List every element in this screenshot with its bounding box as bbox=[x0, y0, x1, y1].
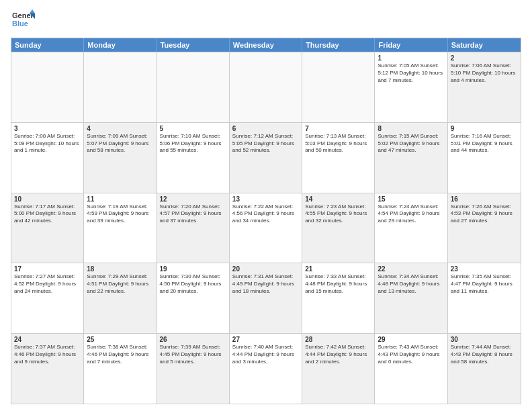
day-info: Sunrise: 7:23 AM Sunset: 4:55 PM Dayligh… bbox=[305, 203, 371, 225]
day-number: 22 bbox=[378, 265, 444, 273]
day-cell: 24Sunrise: 7:37 AM Sunset: 4:46 PM Dayli… bbox=[11, 334, 84, 404]
week-row: 1Sunrise: 7:05 AM Sunset: 5:12 PM Daylig… bbox=[11, 52, 521, 122]
day-cell: 22Sunrise: 7:34 AM Sunset: 4:48 PM Dayli… bbox=[375, 263, 447, 333]
day-cell: 16Sunrise: 7:26 AM Sunset: 4:53 PM Dayli… bbox=[448, 193, 521, 263]
page-header: General Blue bbox=[11, 8, 521, 32]
day-info: Sunrise: 7:40 AM Sunset: 4:44 PM Dayligh… bbox=[232, 344, 299, 365]
day-info: Sunrise: 7:16 AM Sunset: 5:01 PM Dayligh… bbox=[451, 133, 518, 154]
day-number: 4 bbox=[87, 125, 153, 132]
day-number: 29 bbox=[378, 336, 444, 343]
day-cell bbox=[230, 52, 302, 122]
day-info: Sunrise: 7:12 AM Sunset: 5:05 PM Dayligh… bbox=[232, 133, 299, 154]
day-header: Saturday bbox=[448, 38, 521, 52]
day-number: 25 bbox=[87, 336, 153, 343]
day-info: Sunrise: 7:15 AM Sunset: 5:02 PM Dayligh… bbox=[378, 133, 444, 154]
day-info: Sunrise: 7:39 AM Sunset: 4:45 PM Dayligh… bbox=[160, 344, 226, 365]
day-cell: 4Sunrise: 7:09 AM Sunset: 5:07 PM Daylig… bbox=[84, 123, 157, 193]
day-number: 3 bbox=[14, 125, 81, 132]
day-header: Sunday bbox=[11, 38, 84, 52]
day-header: Friday bbox=[375, 38, 447, 52]
day-cell: 21Sunrise: 7:33 AM Sunset: 4:48 PM Dayli… bbox=[302, 263, 375, 333]
day-info: Sunrise: 7:35 AM Sunset: 4:47 PM Dayligh… bbox=[451, 273, 518, 295]
day-info: Sunrise: 7:29 AM Sunset: 4:51 PM Dayligh… bbox=[87, 273, 153, 295]
day-cell: 6Sunrise: 7:12 AM Sunset: 5:05 PM Daylig… bbox=[230, 123, 302, 193]
day-number: 10 bbox=[14, 195, 81, 203]
day-number: 12 bbox=[160, 195, 226, 203]
day-number: 24 bbox=[14, 336, 81, 343]
day-number: 6 bbox=[232, 125, 299, 132]
day-cell: 11Sunrise: 7:19 AM Sunset: 4:59 PM Dayli… bbox=[84, 193, 157, 263]
day-cell: 29Sunrise: 7:43 AM Sunset: 4:43 PM Dayli… bbox=[375, 334, 447, 404]
day-cell bbox=[302, 52, 375, 122]
day-number: 19 bbox=[160, 265, 226, 273]
day-cell: 26Sunrise: 7:39 AM Sunset: 4:45 PM Dayli… bbox=[157, 334, 230, 404]
day-cell: 18Sunrise: 7:29 AM Sunset: 4:51 PM Dayli… bbox=[84, 263, 157, 333]
day-number: 28 bbox=[305, 336, 371, 343]
day-info: Sunrise: 7:38 AM Sunset: 4:46 PM Dayligh… bbox=[87, 344, 153, 365]
day-number: 13 bbox=[232, 195, 299, 203]
day-number: 26 bbox=[160, 336, 226, 343]
day-cell: 28Sunrise: 7:42 AM Sunset: 4:44 PM Dayli… bbox=[302, 334, 375, 404]
day-cell bbox=[11, 52, 84, 122]
day-info: Sunrise: 7:30 AM Sunset: 4:50 PM Dayligh… bbox=[160, 273, 226, 295]
day-header: Thursday bbox=[302, 38, 375, 52]
day-number: 1 bbox=[378, 54, 444, 62]
day-info: Sunrise: 7:44 AM Sunset: 4:43 PM Dayligh… bbox=[451, 344, 518, 365]
day-number: 16 bbox=[451, 195, 518, 203]
day-cell: 25Sunrise: 7:38 AM Sunset: 4:46 PM Dayli… bbox=[84, 334, 157, 404]
day-info: Sunrise: 7:09 AM Sunset: 5:07 PM Dayligh… bbox=[87, 133, 153, 154]
day-number: 5 bbox=[160, 125, 226, 132]
day-number: 17 bbox=[14, 265, 81, 273]
day-cell: 27Sunrise: 7:40 AM Sunset: 4:44 PM Dayli… bbox=[230, 334, 302, 404]
day-number: 8 bbox=[378, 125, 444, 132]
day-number: 14 bbox=[305, 195, 371, 203]
day-cell: 12Sunrise: 7:20 AM Sunset: 4:57 PM Dayli… bbox=[157, 193, 230, 263]
day-cell bbox=[84, 52, 157, 122]
day-info: Sunrise: 7:13 AM Sunset: 5:03 PM Dayligh… bbox=[305, 133, 371, 154]
day-info: Sunrise: 7:20 AM Sunset: 4:57 PM Dayligh… bbox=[160, 203, 226, 225]
week-row: 17Sunrise: 7:27 AM Sunset: 4:52 PM Dayli… bbox=[11, 263, 521, 333]
day-number: 15 bbox=[378, 195, 444, 203]
week-row: 24Sunrise: 7:37 AM Sunset: 4:46 PM Dayli… bbox=[11, 333, 521, 404]
day-info: Sunrise: 7:26 AM Sunset: 4:53 PM Dayligh… bbox=[451, 203, 518, 225]
day-cell: 8Sunrise: 7:15 AM Sunset: 5:02 PM Daylig… bbox=[375, 123, 447, 193]
day-info: Sunrise: 7:37 AM Sunset: 4:46 PM Dayligh… bbox=[14, 344, 81, 365]
day-cell: 30Sunrise: 7:44 AM Sunset: 4:43 PM Dayli… bbox=[448, 334, 521, 404]
day-number: 11 bbox=[87, 195, 153, 203]
calendar: SundayMondayTuesdayWednesdayThursdayFrid… bbox=[11, 38, 521, 404]
day-cell: 2Sunrise: 7:06 AM Sunset: 5:10 PM Daylig… bbox=[448, 52, 521, 122]
day-number: 20 bbox=[232, 265, 299, 273]
day-cell: 20Sunrise: 7:31 AM Sunset: 4:49 PM Dayli… bbox=[230, 263, 302, 333]
day-number: 2 bbox=[451, 54, 518, 62]
day-number: 9 bbox=[451, 125, 518, 132]
day-number: 7 bbox=[305, 125, 371, 132]
week-row: 10Sunrise: 7:17 AM Sunset: 5:00 PM Dayli… bbox=[11, 193, 521, 263]
day-number: 21 bbox=[305, 265, 371, 273]
day-info: Sunrise: 7:34 AM Sunset: 4:48 PM Dayligh… bbox=[378, 273, 444, 295]
week-row: 3Sunrise: 7:08 AM Sunset: 5:09 PM Daylig… bbox=[11, 122, 521, 193]
day-info: Sunrise: 7:22 AM Sunset: 4:56 PM Dayligh… bbox=[232, 203, 299, 225]
day-headers-row: SundayMondayTuesdayWednesdayThursdayFrid… bbox=[11, 38, 521, 52]
logo-icon: General Blue bbox=[11, 8, 35, 32]
day-info: Sunrise: 7:17 AM Sunset: 5:00 PM Dayligh… bbox=[14, 203, 81, 225]
day-cell: 19Sunrise: 7:30 AM Sunset: 4:50 PM Dayli… bbox=[157, 263, 230, 333]
day-number: 27 bbox=[232, 336, 299, 343]
day-info: Sunrise: 7:42 AM Sunset: 4:44 PM Dayligh… bbox=[305, 344, 371, 365]
day-cell: 3Sunrise: 7:08 AM Sunset: 5:09 PM Daylig… bbox=[11, 123, 84, 193]
logo: General Blue bbox=[11, 8, 35, 32]
day-cell: 5Sunrise: 7:10 AM Sunset: 5:06 PM Daylig… bbox=[157, 123, 230, 193]
day-number: 23 bbox=[451, 265, 518, 273]
day-info: Sunrise: 7:10 AM Sunset: 5:06 PM Dayligh… bbox=[160, 133, 226, 154]
day-info: Sunrise: 7:08 AM Sunset: 5:09 PM Dayligh… bbox=[14, 133, 81, 154]
day-number: 30 bbox=[451, 336, 518, 343]
day-number: 18 bbox=[87, 265, 153, 273]
svg-text:Blue: Blue bbox=[12, 19, 28, 28]
day-info: Sunrise: 7:24 AM Sunset: 4:54 PM Dayligh… bbox=[378, 203, 444, 225]
day-header: Tuesday bbox=[157, 38, 230, 52]
day-info: Sunrise: 7:06 AM Sunset: 5:10 PM Dayligh… bbox=[451, 62, 518, 84]
day-header: Monday bbox=[84, 38, 157, 52]
day-cell bbox=[157, 52, 230, 122]
day-info: Sunrise: 7:33 AM Sunset: 4:48 PM Dayligh… bbox=[305, 273, 371, 295]
day-info: Sunrise: 7:43 AM Sunset: 4:43 PM Dayligh… bbox=[378, 344, 444, 365]
day-info: Sunrise: 7:19 AM Sunset: 4:59 PM Dayligh… bbox=[87, 203, 153, 225]
